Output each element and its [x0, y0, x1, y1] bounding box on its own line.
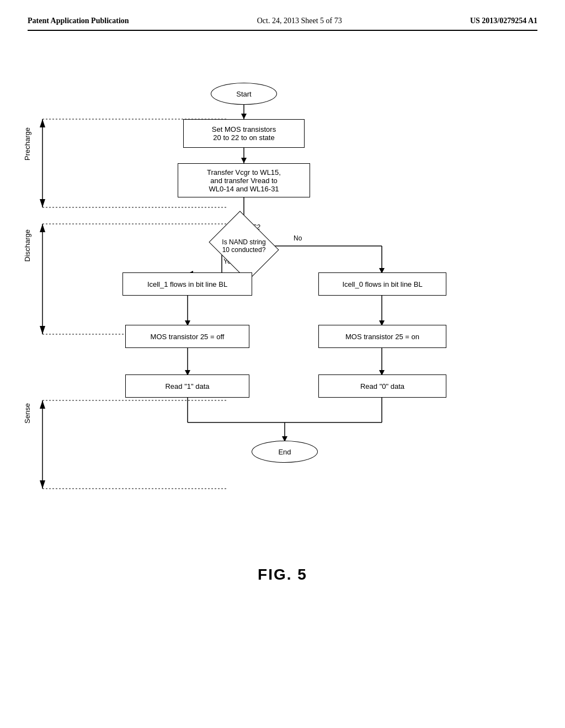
s7-text: MOS transistor 25 = on — [345, 333, 419, 341]
svg-marker-11 — [40, 400, 45, 409]
s2-diamond-wrapper: Is NAND string10 conducted? — [208, 221, 280, 271]
s3-text: Icell_1 flows in bit line BL — [147, 280, 227, 288]
s2-text: Is NAND string10 conducted? — [222, 238, 265, 254]
svg-marker-12 — [40, 480, 45, 489]
diagram-area: Precharge Discharge — [28, 75, 537, 584]
end-node: End — [252, 441, 318, 463]
svg-marker-2 — [40, 199, 45, 207]
header-right: US 2013/0279254 A1 — [470, 17, 537, 25]
precharge-label: Precharge — [23, 127, 31, 160]
s7-node: MOS transistor 25 = on — [318, 325, 446, 348]
s6-text: Icell_0 flows in bit line BL — [342, 280, 422, 288]
s8-node: Read "0" data — [318, 374, 446, 398]
s4-node: MOS transistor 25 = off — [125, 325, 249, 348]
precharge-label-group: Precharge — [23, 127, 31, 210]
start-node: Start — [211, 83, 277, 105]
header-left: Patent Application Publication — [28, 17, 129, 25]
s6-node: Icell_0 flows in bit line BL — [318, 272, 446, 296]
s5-node: Read "1" data — [125, 374, 249, 398]
discharge-label-group: Discharge — [23, 229, 31, 312]
svg-marker-1 — [40, 119, 45, 127]
s5-text: Read "1" data — [165, 382, 209, 390]
start-label: Start — [236, 90, 251, 98]
sense-arrow-svg — [34, 400, 51, 494]
header-center: Oct. 24, 2013 Sheet 5 of 73 — [257, 17, 342, 25]
s4-text: MOS transistor 25 = off — [151, 333, 225, 341]
precharge-arrow-svg — [34, 119, 51, 213]
end-label: End — [278, 448, 291, 456]
page-header: Patent Application Publication Oct. 24, … — [28, 17, 537, 31]
svg-marker-18 — [241, 158, 247, 163]
discharge-label: Discharge — [23, 229, 31, 262]
sense-label-group: Sense — [23, 403, 31, 480]
s8-text: Read "0" data — [360, 382, 404, 390]
svg-marker-6 — [40, 224, 45, 232]
svg-text:No: No — [294, 234, 302, 242]
sense-label: Sense — [23, 403, 31, 424]
s0-text: Set MOS transistors20 to 22 to on state — [212, 125, 276, 142]
s1-node: Transfer Vcgr to WL15,and transfer Vread… — [178, 163, 310, 197]
discharge-arrow-svg — [34, 224, 51, 340]
s1-text: Transfer Vcgr to WL15,and transfer Vread… — [207, 168, 281, 193]
svg-marker-7 — [40, 326, 45, 334]
s0-node: Set MOS transistors20 to 22 to on state — [183, 119, 305, 148]
svg-marker-16 — [241, 114, 247, 119]
page: Patent Application Publication Oct. 24, … — [0, 0, 565, 728]
figure-caption: FIG. 5 — [258, 566, 307, 584]
s3-node: Icell_1 flows in bit line BL — [122, 272, 252, 296]
